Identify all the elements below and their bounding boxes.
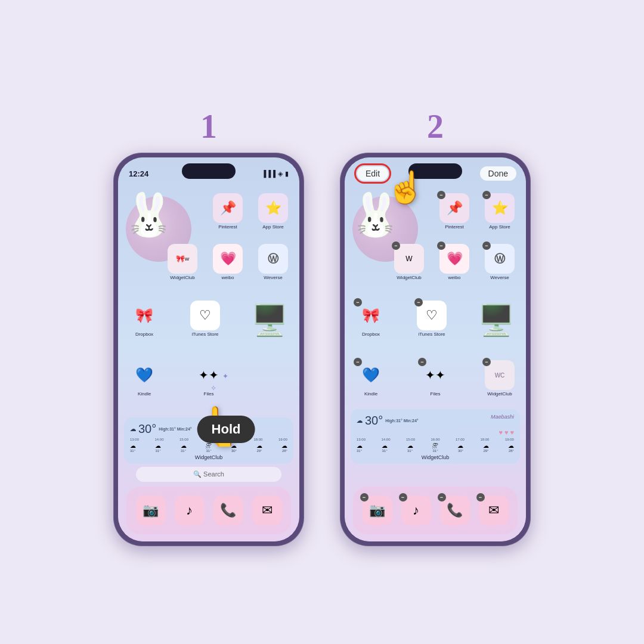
dock-mail-wrapper-2: − ✉ (479, 496, 509, 525)
app-weverse-1[interactable]: Ⓦ Weverse (253, 244, 293, 281)
delete-appstore-2[interactable]: − (482, 191, 491, 199)
widgetclub-label-2a: WidgetClub (397, 275, 421, 281)
appstore-label-1: App Store (262, 224, 284, 230)
app-kindle-1[interactable]: 💙 Kindle (124, 360, 165, 397)
weverse-wrapper-2: − Ⓦ (485, 244, 515, 275)
weather-temps-row-2: 31°31°31° 31°30°29°28° (357, 449, 514, 453)
weibo-wrapper-2: − 💗 (439, 244, 469, 275)
kindle-icon-1: 💙 (129, 360, 159, 390)
delete-dock-mail-2[interactable]: − (476, 493, 485, 501)
delete-dropbox-2[interactable]: − (354, 298, 362, 306)
weather-high-2: High:31° Min:24° (385, 419, 418, 423)
weather-top-2: ☁ 30° High:31° Min:24° (357, 414, 419, 428)
weather-high-1: High:31° Min:24° (159, 427, 191, 431)
app-computer-1: 🖥️ (246, 303, 293, 338)
pinterest-icon-1: 📌 (213, 193, 243, 223)
dropbox-wrapper-2: − 🎀 (356, 301, 386, 332)
app-dropbox-1[interactable]: 🎀 Dropbox (124, 301, 165, 338)
dock-music-wrapper-2: − ♪ (401, 496, 431, 525)
step-1-number: 1 (200, 110, 217, 143)
dock-1: 📷 ♪ 📞 ✉ (126, 487, 291, 534)
dock-camera-1[interactable]: 📷 (136, 496, 166, 525)
weather-times-2: 13:00 14:00 15:00 16:00 17:00 18:00 19:0… (357, 438, 514, 441)
done-button[interactable]: Done (480, 166, 516, 181)
hold-badge-1: Hold (197, 416, 255, 443)
weibo-icon-1: 💗 (213, 244, 243, 274)
delete-widgetclub-2[interactable]: − (392, 242, 400, 250)
weather-temp-1: 30° (138, 422, 156, 436)
phone-2-screen: Edit Done 🐰 ☝️ − 📌 (345, 157, 526, 541)
delete-dock-music-2[interactable]: − (399, 493, 407, 501)
bunny-emoji-1: 🐰 (123, 190, 175, 239)
appstore-label-2: App Store (489, 224, 510, 230)
delete-dock-phone-2[interactable]: − (438, 493, 446, 501)
dock-camera-wrapper-2: − 📷 (363, 496, 392, 525)
delete-pinterest-2[interactable]: − (437, 191, 445, 199)
app-weverse-2[interactable]: − Ⓦ Weverse (479, 244, 520, 281)
delete-files-2[interactable]: − (418, 358, 426, 366)
phone-2: Edit Done 🐰 ☝️ − 📌 (340, 153, 531, 546)
step-2-wrapper: 2 Edit Done 🐰 ☝️ (340, 110, 531, 546)
dynamic-island-2 (408, 163, 462, 179)
delete-dock-camera-2[interactable]: − (360, 493, 369, 501)
itunesstore-icon-1: ♡ (190, 301, 220, 330)
app-pinterest-2[interactable]: − 📌 Pinterest (434, 193, 475, 230)
dock-music-1[interactable]: ♪ (175, 496, 205, 525)
app-widgetclub-1[interactable]: 🎀W WidgetClub (162, 244, 203, 281)
app-row-2-4: − 💙 Kindle − ✦✦ Files − (351, 360, 520, 397)
widgetclub-label-1: WidgetClub (170, 275, 194, 281)
edit-button[interactable]: Edit (357, 166, 388, 181)
app-kindle-2[interactable]: − 💙 Kindle (351, 360, 391, 397)
dropbox-icon-1: 🎀 (129, 301, 159, 330)
delete-widgetclub2-2[interactable]: − (482, 358, 491, 366)
app-weibo-1[interactable]: 💗 weibo (208, 244, 248, 281)
cloud-icon-1: ☁ (130, 426, 136, 432)
weather-temps-row-1: 31°31°31° 31°30°29°28° (130, 449, 287, 453)
weverse-label-1: Weverse (264, 275, 282, 281)
widgetclub2-wrapper-2: − WC (485, 360, 515, 391)
widgetclub-icon-1: 🎀W (168, 244, 197, 274)
dynamic-island-1 (182, 163, 236, 179)
app-files-2[interactable]: − ✦✦ Files (415, 360, 456, 397)
computer-icon-1: 🖥️ (251, 303, 288, 338)
weibo-label-2: weibo (448, 275, 461, 281)
app-itunesstore-2[interactable]: − ♡ iTunes Store (411, 301, 452, 338)
weather-widgetclub-label-2: WidgetClub (357, 454, 514, 460)
cloud-icon-2: ☁ (357, 417, 363, 424)
dock-mail-1[interactable]: ✉ (252, 496, 282, 525)
app-row-2-3: − 🎀 Dropbox − ♡ iTunes Store 🖥️ (351, 301, 520, 338)
app-pinterest-1[interactable]: 📌 Pinterest (208, 193, 248, 230)
weather-widget-2: ☁ 30° High:31° Min:24° Maebashi ♥ ♥ ♥ (351, 409, 520, 464)
weather-widgetclub-label-1: WidgetClub (130, 454, 287, 460)
app-widgetclub-2[interactable]: − W WidgetClub (389, 244, 429, 281)
widgetclub2-icon-1 (258, 360, 288, 390)
app-dropbox-2[interactable]: − 🎀 Dropbox (351, 301, 391, 338)
delete-itunesstore-2[interactable]: − (414, 298, 423, 306)
dock-phone-wrapper-2: − 📞 (440, 496, 470, 525)
bunny-emoji-2: 🐰 (349, 190, 401, 239)
hearts-row-2: ♥ ♥ ♥ (357, 429, 514, 436)
search-bar-1[interactable]: 🔍 Search (136, 467, 281, 482)
step-1-wrapper: 1 12:24 ▐▐▐ ◈ ▮ 🐰 (113, 110, 304, 546)
app-appstore-1[interactable]: ⭐ App Store (253, 193, 293, 230)
app-row-2-1: − 📌 Pinterest − ⭐ App Store (434, 193, 520, 230)
app-row-1-3: 🎀 Dropbox ♡ iTunes Store 🖥️ (124, 301, 293, 338)
itunesstore-label-1: iTunes Store (191, 332, 218, 338)
app-row-1-1: 📌 Pinterest ⭐ App Store (208, 193, 293, 230)
step-2-number: 2 (427, 110, 444, 143)
app-weibo-2[interactable]: − 💗 weibo (434, 244, 475, 281)
heart-3: ♥ (510, 429, 514, 436)
delete-kindle-2[interactable]: − (354, 358, 362, 366)
delete-weverse-2[interactable]: − (482, 242, 491, 250)
app-appstore-2[interactable]: − ⭐ App Store (479, 193, 520, 230)
dock-phone-1[interactable]: 📞 (213, 496, 243, 525)
weather-details-1: High:31° Min:24° (159, 427, 191, 431)
itunesstore-label-2: iTunes Store (418, 332, 445, 338)
weather-icons-row-2: ☁☁☁ ⛈☁☁☁ (357, 442, 514, 449)
delete-weibo-2[interactable]: − (437, 242, 445, 250)
widgetclub-wrapper-2: − W (394, 244, 424, 275)
weverse-icon-1: Ⓦ (258, 244, 288, 274)
app-widgetclub2-2[interactable]: − WC WidgetClub (479, 360, 520, 397)
app-itunesstore-1[interactable]: ♡ iTunes Store (185, 301, 225, 338)
weather-temp-2: 30° (365, 414, 383, 428)
